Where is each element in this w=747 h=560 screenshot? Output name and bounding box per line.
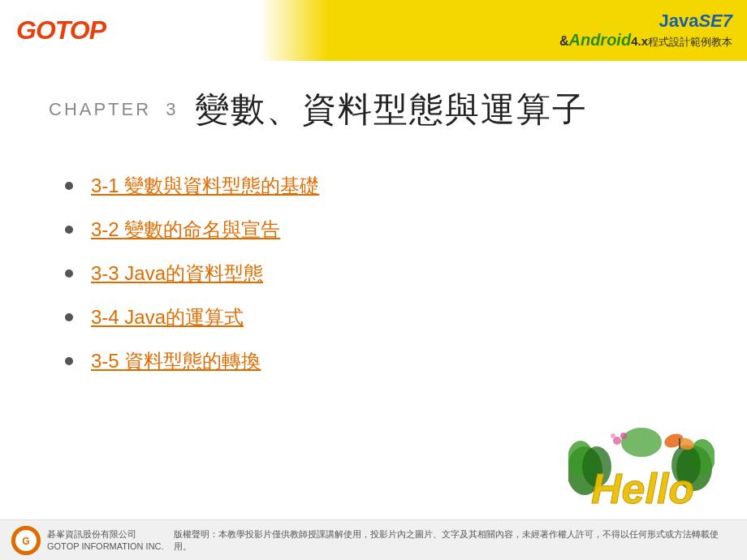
list-item: 3-4 Java的運算式 [65,304,682,330]
chapter-label: CHAPTER [49,99,151,120]
menu-link-3-5[interactable]: 3-5 資料型態的轉換 [91,348,261,374]
footer-disclaimer: 版權聲明：本教學投影片僅供教師授課講解使用，投影片內之圖片、文字及其相關內容，未… [174,528,736,553]
hello-image: Hello [568,426,715,515]
footer-logo-circle: G [11,526,41,555]
java-se7-line: JavaSE7 [559,11,732,31]
header-gradient [260,0,487,61]
gotop-brand: GOTOP [16,15,106,45]
svg-text:G: G [22,536,29,547]
header-left: GOTOP [0,0,260,61]
company-line2: GOTOP INFORMATION INC. [47,541,164,552]
content-list: 3-1 變數與資料型態的基礎3-2 變數的命名與宣告3-3 Java的資料型態3… [0,149,747,408]
company-logo-icon: G [11,526,41,555]
footer-company-name: 碁峯資訊股份有限公司 GOTOP INFORMATION INC. [47,528,164,552]
header-right: JavaSE7 &Android4.x程式設計範例教本 [487,0,747,61]
svg-point-12 [620,433,627,439]
footer: G 碁峯資訊股份有限公司 GOTOP INFORMATION INC. 版權聲明… [0,519,747,560]
list-item: 3-2 變數的命名與宣告 [65,217,682,243]
java-android-logo: JavaSE7 &Android4.x程式設計範例教本 [559,11,732,50]
svg-text:Hello: Hello [591,465,694,512]
android-line: &Android4.x程式設計範例教本 [559,31,732,50]
footer-logo-area: G 碁峯資訊股份有限公司 GOTOP INFORMATION INC. [11,526,164,555]
bullet-icon [65,269,73,278]
chapter-number: 3 [166,99,175,120]
menu-link-3-2[interactable]: 3-2 變數的命名與宣告 [91,217,280,243]
list-item: 3-1 變數與資料型態的基礎 [65,173,682,199]
list-item: 3-5 資料型態的轉換 [65,348,682,374]
bullet-icon [65,313,73,321]
menu-link-3-4[interactable]: 3-4 Java的運算式 [91,304,244,330]
company-line1: 碁峯資訊股份有限公司 [47,528,164,540]
gotop-logo: GOTOP [16,15,106,45]
hello-graphic: Hello [568,426,715,515]
menu-link-3-1[interactable]: 3-1 變數與資料型態的基礎 [91,173,319,199]
svg-point-6 [621,428,662,457]
header: GOTOP JavaSE7 &Android4.x程式設計範例教本 [0,0,747,61]
bullet-icon [65,226,73,234]
chapter-area: CHAPTER 3 變數、資料型態與運算子 [0,61,747,149]
bullet-icon [65,182,73,190]
svg-point-13 [611,433,615,438]
bullet-icon [65,357,73,365]
chapter-title: 變數、資料型態與運算子 [195,87,588,132]
list-item: 3-3 Java的資料型態 [65,261,682,286]
menu-link-3-3[interactable]: 3-3 Java的資料型態 [91,261,263,286]
